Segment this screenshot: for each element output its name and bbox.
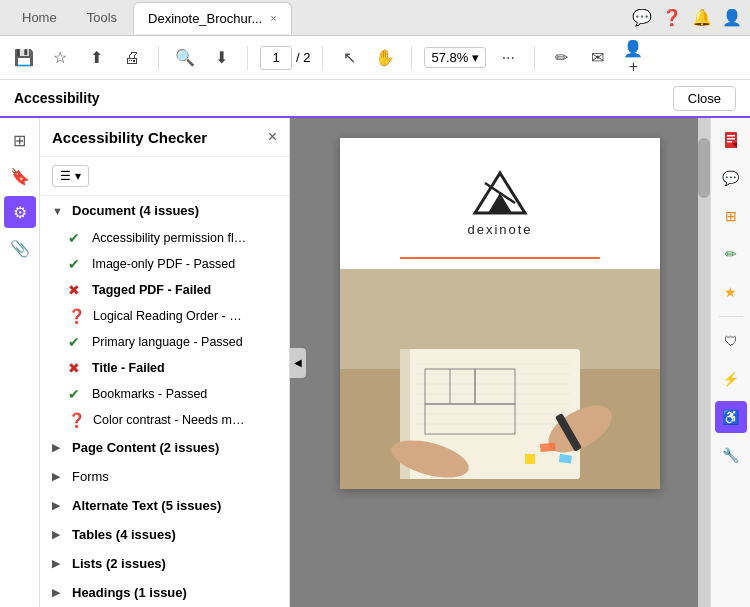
pages-tool-button[interactable]: ⊞ <box>4 124 36 156</box>
pdf-scrollbar[interactable] <box>698 118 710 607</box>
pen-tool[interactable]: ✏ <box>547 44 575 72</box>
item-accessibility-flag-text: Accessibility permission flag - <box>92 231 247 245</box>
toolbar-sep-4 <box>411 46 412 70</box>
item-reading-order-text: Logical Reading Order - Nee <box>93 309 248 323</box>
tab-tools[interactable]: Tools <box>73 2 131 34</box>
section-headings[interactable]: ▶ Headings (1 issue) <box>40 578 289 607</box>
protect-tool-button[interactable]: 🛡 <box>715 325 747 357</box>
section-forms[interactable]: ▶ Forms <box>40 462 289 491</box>
headings-chevron-icon: ▶ <box>52 586 66 599</box>
active-tool-button[interactable]: ⚙ <box>4 196 36 228</box>
section-alternate-text[interactable]: ▶ Alternate Text (5 issues) <box>40 491 289 520</box>
panel-view-button[interactable]: ☰ ▾ <box>52 165 89 187</box>
pdf-orange-line <box>400 257 600 259</box>
accessibility-bar: Accessibility Close <box>0 80 750 118</box>
check-item-bookmarks[interactable]: ✔ Bookmarks - Passed <box>40 381 289 407</box>
left-sidebar: ⊞ 🔖 ⚙ 📎 <box>0 118 40 607</box>
document-section-label: Document (4 issues) <box>72 203 199 218</box>
pdf-logo-area: dexinote <box>467 168 532 237</box>
pdf-image-svg <box>340 269 660 489</box>
tab-tools-label: Tools <box>87 10 117 25</box>
tab-document[interactable]: Dexinote_Brochur... × <box>133 2 292 34</box>
check-item-color-contrast[interactable]: ❓ Color contrast - Needs manu <box>40 407 289 433</box>
form-tool-button[interactable]: ⊞ <box>715 200 747 232</box>
check-item-primary-language[interactable]: ✔ Primary language - Passed <box>40 329 289 355</box>
save-button[interactable]: 💾 <box>10 44 38 72</box>
more-options-button[interactable]: ··· <box>494 44 522 72</box>
page-content-section-label: Page Content (2 issues) <box>72 440 219 455</box>
lists-chevron-icon: ▶ <box>52 557 66 570</box>
accessibility-tool-button[interactable]: ♿ <box>715 401 747 433</box>
item-title-text: Title - Failed <box>92 361 165 375</box>
accessibility-bar-title: Accessibility <box>14 90 673 106</box>
check-item-accessibility-flag[interactable]: ✔ Accessibility permission flag - <box>40 225 289 251</box>
svg-rect-25 <box>727 135 735 137</box>
bookmark-button[interactable]: ☆ <box>46 44 74 72</box>
tab-close-icon[interactable]: × <box>270 12 276 24</box>
fail-icon: ✖ <box>68 282 84 298</box>
svg-rect-26 <box>727 138 735 140</box>
panel-collapse-arrow[interactable]: ◀ <box>290 348 306 378</box>
section-lists[interactable]: ▶ Lists (2 issues) <box>40 549 289 578</box>
view-chevron-icon: ▾ <box>75 169 81 183</box>
close-panel-button[interactable]: Close <box>673 86 736 111</box>
print-button[interactable]: 🖨 <box>118 44 146 72</box>
pdf-page: dexinote <box>340 138 660 489</box>
check-item-title[interactable]: ✖ Title - Failed <box>40 355 289 381</box>
pdf-tool-button[interactable] <box>715 124 747 156</box>
tables-chevron-icon: ▶ <box>52 528 66 541</box>
chat-icon[interactable]: 💬 <box>632 8 652 27</box>
toolbar-sep-3 <box>322 46 323 70</box>
section-document[interactable]: ▼ Document (4 issues) <box>40 196 289 225</box>
check-item-image-only[interactable]: ✔ Image-only PDF - Passed <box>40 251 289 277</box>
user-avatar[interactable]: 👤 <box>722 8 742 27</box>
svg-rect-21 <box>540 443 556 452</box>
svg-rect-23 <box>525 454 535 464</box>
comment-tool-button[interactable]: 💬 <box>715 162 747 194</box>
help-icon[interactable]: ❓ <box>662 8 682 27</box>
document-chevron-icon: ▼ <box>52 205 66 217</box>
tab-icons-group: 💬 ❓ 🔔 👤 <box>632 8 742 27</box>
pdf-image-area <box>340 269 660 489</box>
toolbar-sep-1 <box>158 46 159 70</box>
right-sidebar-separator <box>719 316 743 317</box>
collapse-icon: ◀ <box>294 357 302 368</box>
action-tool-button[interactable]: ⚡ <box>715 363 747 395</box>
download-button[interactable]: ⬇ <box>207 44 235 72</box>
pass-icon: ✔ <box>68 230 84 246</box>
notification-icon[interactable]: 🔔 <box>692 8 712 27</box>
page-content-chevron-icon: ▶ <box>52 441 66 454</box>
share-user-button[interactable]: 👤+ <box>619 44 647 72</box>
forms-section-label: Forms <box>72 469 109 484</box>
zoom-out-button[interactable]: 🔍 <box>171 44 199 72</box>
zoom-chevron-icon: ▾ <box>472 50 479 65</box>
check-item-reading-order[interactable]: ❓ Logical Reading Order - Nee <box>40 303 289 329</box>
accessibility-panel: Accessibility Checker × ☰ ▾ ▼ Document (… <box>40 118 290 607</box>
tab-home-label: Home <box>22 10 57 25</box>
section-page-content[interactable]: ▶ Page Content (2 issues) <box>40 433 289 462</box>
zoom-selector[interactable]: 57.8% ▾ <box>424 47 486 68</box>
page-number-input[interactable] <box>260 46 292 70</box>
item-primary-language-text: Primary language - Passed <box>92 335 243 349</box>
page-total: / 2 <box>296 50 310 65</box>
settings-tool-button[interactable]: 🔧 <box>715 439 747 471</box>
pass-icon: ✔ <box>68 386 84 402</box>
cursor-tool[interactable]: ↖ <box>335 44 363 72</box>
panel-close-button[interactable]: × <box>268 128 277 146</box>
check-item-tagged-pdf[interactable]: ✖ Tagged PDF - Failed <box>40 277 289 303</box>
pdf-scroll-thumb[interactable] <box>698 138 710 198</box>
headings-section-label: Headings (1 issue) <box>72 585 187 600</box>
hand-tool[interactable]: ✋ <box>371 44 399 72</box>
attachment-tool-button[interactable]: 📎 <box>4 232 36 264</box>
item-tagged-pdf-text: Tagged PDF - Failed <box>92 283 211 297</box>
panel-title: Accessibility Checker <box>52 129 207 146</box>
stamp-tool-button[interactable]: ★ <box>715 276 747 308</box>
bookmarks-tool-button[interactable]: 🔖 <box>4 160 36 192</box>
tab-home[interactable]: Home <box>8 2 71 34</box>
dexinote-logo <box>470 168 530 218</box>
edit-tool-button[interactable]: ✏ <box>715 238 747 270</box>
email-button[interactable]: ✉ <box>583 44 611 72</box>
item-bookmarks-text: Bookmarks - Passed <box>92 387 207 401</box>
upload-button[interactable]: ⬆ <box>82 44 110 72</box>
section-tables[interactable]: ▶ Tables (4 issues) <box>40 520 289 549</box>
